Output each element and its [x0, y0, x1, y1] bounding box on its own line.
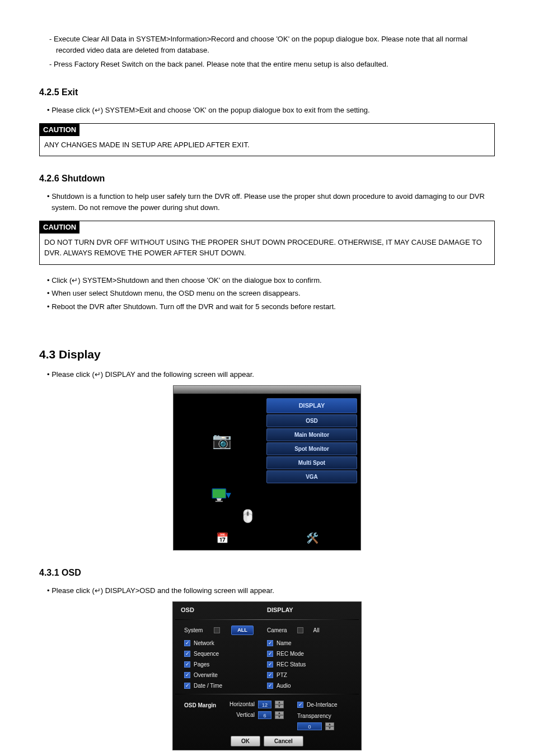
lbl-overwrite: Overwrite [194, 671, 218, 679]
caution-label: CAUTION [40, 221, 79, 234]
para-426-1: Shutdown is a function to help user safe… [39, 191, 495, 213]
lbl-recmode: REC Mode [277, 650, 304, 658]
lbl-audio: Audio [277, 682, 291, 690]
vert-value[interactable]: 6 [258, 711, 271, 719]
dvr-menu-vga[interactable]: VGA [266, 470, 357, 483]
osd-camera-all-checkbox[interactable] [297, 627, 303, 633]
dvr-menu-osd[interactable]: OSD [266, 414, 357, 427]
trans-value[interactable]: 0 [297, 722, 322, 730]
osd-system-all-checkbox[interactable] [214, 627, 220, 633]
vert-spinner[interactable]: ▲▼ [275, 711, 284, 719]
dvr-titlebar [174, 386, 360, 394]
osd-screenshot: OSD DISPLAY System ALL Camera All ✓Netwo… [172, 601, 362, 750]
monitor-icon [211, 487, 232, 503]
caution-box-426: CAUTION DO NOT TURN DVR OFF WITHOUT USIN… [39, 221, 495, 265]
cb-overwrite[interactable]: ✓ [184, 672, 190, 678]
para-426-3: When user select Shutdown menu, the OSD … [39, 288, 495, 299]
calendar-icon[interactable]: 📅 [213, 531, 231, 547]
horiz-spinner[interactable]: ▲▼ [275, 701, 284, 708]
horiz-label: Horizontal [227, 700, 255, 708]
caution-body: DO NOT TURN DVR OFF WITHOUT USING THE PR… [40, 234, 494, 264]
dvr-menu-main-monitor[interactable]: Main Monitor [266, 428, 357, 441]
cb-datetime[interactable]: ✓ [184, 683, 190, 689]
osd-title-mid: DISPLAY [267, 605, 353, 615]
cb-sequence[interactable]: ✓ [184, 651, 190, 657]
dvr-display-screenshot: 📷 DISPLAY OSD Main Monitor Spot Monitor … [173, 385, 361, 550]
intro-bullet-1: Execute Clear All Data in SYSTEM>Informa… [39, 34, 495, 55]
mouse-icon: 🖱️ [240, 507, 255, 525]
para-425-1: Please click (↵) SYSTEM>Exit and choose … [39, 105, 495, 116]
cb-pages[interactable]: ✓ [184, 661, 190, 668]
caution-body: ANY CHANGES MADE IN SETUP ARE APPLIED AF… [40, 136, 494, 156]
dvr-menu-multi-spot[interactable]: Multi Spot [266, 456, 357, 469]
cb-ptz[interactable]: ✓ [267, 672, 273, 678]
lbl-pages: Pages [194, 660, 209, 669]
osd-margin-label: OSD Margin [184, 700, 221, 710]
tools-icon[interactable]: 🛠️ [303, 531, 321, 547]
lbl-recstatus: REC Status [277, 660, 306, 669]
cb-network[interactable]: ✓ [184, 640, 190, 646]
svg-marker-3 [226, 493, 231, 498]
heading-431: 4.3.1 OSD [39, 566, 495, 580]
cb-recmode[interactable]: ✓ [267, 651, 273, 657]
lbl-deinterlace: De-Interlace [307, 701, 337, 709]
para-43-1: Please click (↵) DISPLAY and the followi… [39, 369, 495, 380]
lbl-network: Network [194, 639, 214, 647]
para-426-4: Reboot the DVR after Shutdown. Turn off … [39, 301, 495, 312]
dvr-menu-header[interactable]: DISPLAY [266, 398, 357, 413]
camera-icon: 📷 [212, 429, 232, 452]
osd-camera-label: Camera [267, 626, 287, 634]
cb-deinterlace[interactable]: ✓ [297, 702, 303, 708]
lbl-transparency: Transparency [297, 712, 337, 720]
para-431-1: Please click (↵) DISPLAY>OSD and the fol… [39, 585, 495, 596]
vert-label: Vertical [227, 711, 255, 719]
cb-recstatus[interactable]: ✓ [267, 661, 273, 668]
heading-425: 4.2.5 Exit [39, 86, 495, 99]
lbl-ptz: PTZ [277, 671, 287, 679]
caution-label: CAUTION [40, 124, 79, 136]
cb-name[interactable]: ✓ [267, 640, 273, 646]
dvr-menu-spot-monitor[interactable]: Spot Monitor [266, 442, 357, 455]
caution-box-425: CAUTION ANY CHANGES MADE IN SETUP ARE AP… [39, 123, 495, 156]
osd-title-left: OSD [181, 605, 267, 615]
osd-camera-all-label: All [313, 626, 320, 634]
intro-bullet-2: Press Factory Reset Switch on the back p… [39, 59, 495, 70]
cb-audio[interactable]: ✓ [267, 683, 273, 689]
svg-rect-0 [212, 488, 226, 498]
para-426-2: Click (↵) SYSTEM>Shutdown and then choos… [39, 275, 495, 286]
svg-marker-1 [217, 498, 222, 501]
heading-43: 4.3 Display [39, 346, 495, 363]
osd-cancel-button[interactable]: Cancel [264, 736, 303, 746]
lbl-sequence: Sequence [194, 650, 219, 658]
trans-spinner[interactable]: ▲▼ [325, 722, 334, 730]
osd-system-label: System [184, 626, 203, 634]
heading-426: 4.2.6 Shutdown [39, 172, 495, 185]
horiz-value[interactable]: 12 [258, 701, 271, 708]
osd-ok-button[interactable]: OK [231, 736, 260, 746]
svg-rect-2 [216, 501, 223, 502]
lbl-name: Name [277, 639, 292, 647]
lbl-datetime: Date / Time [194, 682, 222, 690]
osd-all-button[interactable]: ALL [231, 626, 254, 636]
